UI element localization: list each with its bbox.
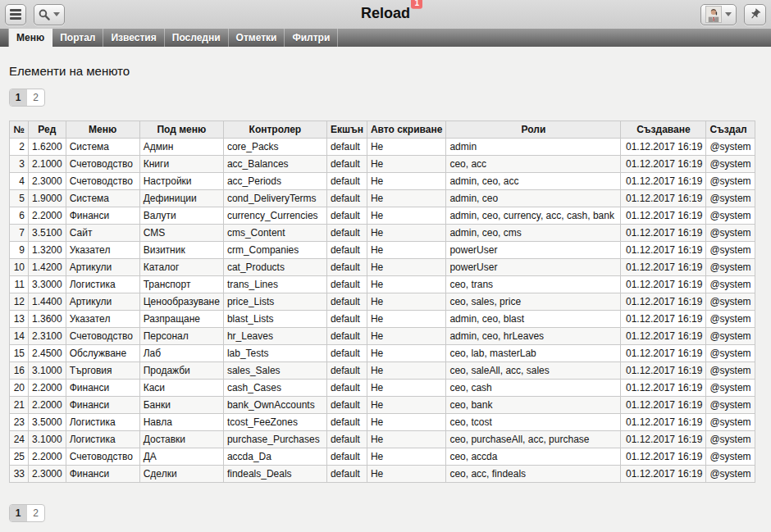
- table-cell: @system: [706, 139, 755, 156]
- column-header-2[interactable]: Меню: [66, 121, 139, 139]
- table-row[interactable]: 202.2000ФинансиКасиcash_CasesdefaultНеce…: [10, 380, 755, 397]
- table-row[interactable]: 42.3000СчетоводствоНастройкиacc_Periodsd…: [10, 173, 755, 190]
- table-row[interactable]: 32.1000СчетоводствоКнигиacc_Balancesdefa…: [10, 156, 755, 173]
- user-avatar: [705, 6, 722, 23]
- table-cell: 01.12.2017 16:19: [621, 173, 706, 190]
- table-cell: ceo, cash: [446, 380, 621, 397]
- table-cell: Не: [367, 380, 445, 397]
- table-cell: 2.1000: [29, 156, 66, 173]
- table-cell: Указател: [66, 311, 139, 328]
- table-cell: Транспорт: [139, 276, 223, 293]
- table-cell: blast_Lists: [223, 311, 326, 328]
- table-cell: @system: [706, 431, 755, 448]
- table-cell: 01.12.2017 16:19: [621, 293, 706, 311]
- table-row[interactable]: 91.3200УказателВизитникcrm_Companiesdefa…: [10, 242, 755, 259]
- table-cell: Не: [367, 345, 445, 362]
- table-cell: @system: [706, 466, 755, 483]
- table-cell: ceo, saleAll, acc, sales: [446, 362, 621, 380]
- table-cell: default: [326, 173, 367, 190]
- table-cell: 11: [10, 276, 29, 293]
- column-header-8[interactable]: Създаване: [621, 121, 706, 139]
- app-title: Reload 1: [361, 4, 410, 21]
- table-cell: ceo, bank: [446, 397, 621, 414]
- main-menu-button[interactable]: [5, 4, 26, 25]
- column-header-6[interactable]: Авто скриване: [367, 121, 445, 139]
- table-row[interactable]: 121.4400АртикулиЦенообразуванеprice_List…: [10, 293, 755, 311]
- table-row[interactable]: 332.3000ФинансиСделкиfindeals_Dealsdefau…: [10, 466, 755, 483]
- table-cell: 01.12.2017 16:19: [621, 190, 706, 207]
- column-header-3[interactable]: Под меню: [139, 121, 223, 139]
- table-cell: @system: [706, 311, 755, 328]
- table-cell: default: [326, 448, 367, 466]
- table-cell: 01.12.2017 16:19: [621, 259, 706, 276]
- table-row[interactable]: 163.1000ТърговияПродажбиsales_Salesdefau…: [10, 362, 755, 380]
- table-row[interactable]: 212.2000ФинансиБанкиbank_OwnAccountsdefa…: [10, 397, 755, 414]
- page-button-2[interactable]: 2: [27, 89, 44, 106]
- tab-portal[interactable]: Портал: [52, 29, 103, 47]
- table-cell: default: [326, 156, 367, 173]
- table-cell: 01.12.2017 16:19: [621, 345, 706, 362]
- table-row[interactable]: 21.6200СистемаАдминcore_PacksdefaultНеad…: [10, 139, 755, 156]
- table-cell: 2.4500: [29, 345, 66, 362]
- column-header-7[interactable]: Роли: [446, 121, 621, 139]
- user-menu-button[interactable]: [700, 4, 737, 25]
- table-row[interactable]: 113.3000ЛогистикаТранспортtrans_Linesdef…: [10, 276, 755, 293]
- table-cell: Счетоводство: [66, 173, 139, 190]
- table-cell: 01.12.2017 16:19: [621, 207, 706, 225]
- pin-button[interactable]: [744, 4, 766, 25]
- search-button[interactable]: [34, 4, 65, 25]
- table-cell: acc_Balances: [223, 156, 326, 173]
- tab-recent[interactable]: Последни: [165, 29, 229, 47]
- pushpin-icon: [746, 6, 764, 23]
- table-cell: 10: [10, 259, 29, 276]
- table-cell: 01.12.2017 16:19: [621, 448, 706, 466]
- table-cell: @system: [706, 207, 755, 225]
- table-cell: Банки: [139, 397, 223, 414]
- table-row[interactable]: 152.4500ОбслужванеЛабlab_TestsdefaultНеc…: [10, 345, 755, 362]
- tab-bookmarks[interactable]: Отметки: [229, 29, 285, 47]
- table-cell: 1.6200: [29, 139, 66, 156]
- table-cell: default: [326, 207, 367, 225]
- table-cell: 1.9000: [29, 190, 66, 207]
- table-cell: 16: [10, 362, 29, 380]
- table-cell: admin, ceo, blast: [446, 311, 621, 328]
- table-row[interactable]: 62.2000ФинансиВалутиcurrency_Currenciesd…: [10, 207, 755, 225]
- table-cell: 01.12.2017 16:19: [621, 328, 706, 345]
- table-row[interactable]: 51.9000СистемаДефиницииcond_DeliveryTerm…: [10, 190, 755, 207]
- table-row[interactable]: 233.5000ЛогистикаНавлаtcost_FeeZonesdefa…: [10, 414, 755, 431]
- page-button-1[interactable]: 1: [10, 505, 27, 521]
- table-cell: core_Packs: [223, 139, 326, 156]
- table-cell: @system: [706, 345, 755, 362]
- table-cell: Финанси: [66, 397, 139, 414]
- table-row[interactable]: 142.3100СчетоводствоПерсоналhr_Leavesdef…: [10, 328, 755, 345]
- tab-news[interactable]: Известия: [103, 29, 164, 47]
- table-cell: 12: [10, 293, 29, 311]
- table-cell: Книги: [139, 156, 223, 173]
- table-cell: price_Lists: [223, 293, 326, 311]
- table-cell: 01.12.2017 16:19: [621, 225, 706, 242]
- table-cell: ceo, tcost: [446, 414, 621, 431]
- column-header-4[interactable]: Контролер: [223, 121, 326, 139]
- table-row[interactable]: 101.4200АртикулиКаталогcat_Productsdefau…: [10, 259, 755, 276]
- table-cell: admin, ceo, hrLeaves: [446, 328, 621, 345]
- table-cell: @system: [706, 362, 755, 380]
- table-row[interactable]: 131.3600УказателРазпращанеblast_Listsdef…: [10, 311, 755, 328]
- table-cell: default: [326, 190, 367, 207]
- column-header-1[interactable]: Ред: [29, 121, 66, 139]
- table-row[interactable]: 243.1000ЛогистикаДоставкиpurchase_Purcha…: [10, 431, 755, 448]
- page-button-1[interactable]: 1: [10, 89, 27, 106]
- tab-menu[interactable]: Меню: [9, 29, 52, 47]
- table-cell: @system: [706, 397, 755, 414]
- page-button-2[interactable]: 2: [27, 505, 44, 521]
- table-row[interactable]: 73.5100СайтCMScms_ContentdefaultНеadmin,…: [10, 225, 755, 242]
- table-cell: admin, ceo, acc: [446, 173, 621, 190]
- table-row[interactable]: 252.2000СчетоводствоДАaccda_DadefaultНеc…: [10, 448, 755, 466]
- table-cell: cms_Content: [223, 225, 326, 242]
- table-cell: Доставки: [139, 431, 223, 448]
- column-header-0[interactable]: №: [10, 121, 29, 139]
- tab-filters[interactable]: Филтри: [285, 29, 338, 47]
- table-cell: Не: [367, 276, 445, 293]
- table-cell: CMS: [139, 225, 223, 242]
- column-header-9[interactable]: Създал: [706, 121, 755, 139]
- column-header-5[interactable]: Екшън: [326, 121, 367, 139]
